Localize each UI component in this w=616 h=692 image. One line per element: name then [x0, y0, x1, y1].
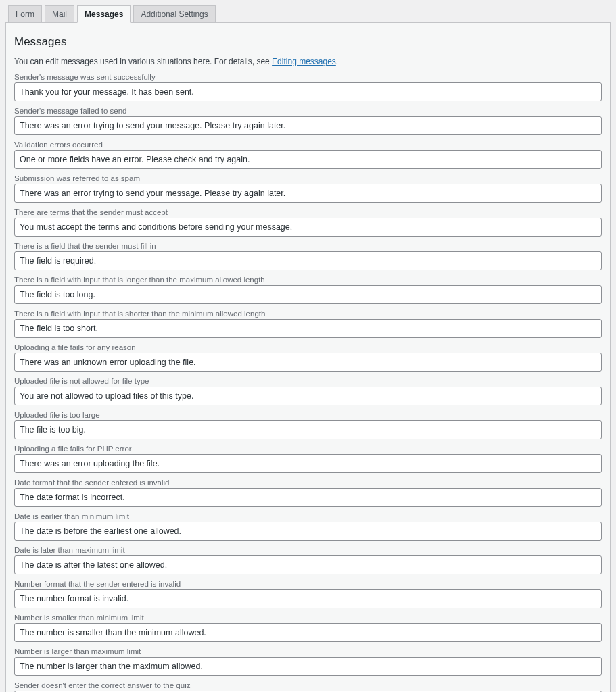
message-field-input[interactable] [14, 589, 602, 608]
message-field: Uploading a file fails for PHP error [14, 445, 602, 473]
message-field: There are terms that the sender must acc… [14, 208, 602, 237]
message-field-label: Uploading a file fails for PHP error [14, 445, 602, 453]
message-field-label: Sender's message was sent successfully [14, 73, 602, 81]
message-field-input[interactable] [14, 623, 602, 642]
message-field-label: Date is later than maximum limit [14, 546, 602, 554]
message-field: Submission was referred to as spam [14, 174, 602, 203]
message-field-label: Number is smaller than minimum limit [14, 614, 602, 622]
message-field-label: There is a field with input that is shor… [14, 310, 602, 318]
message-field-input[interactable] [14, 387, 602, 405]
intro-pre: You can edit messages used in various si… [14, 57, 272, 66]
message-field: Sender's message failed to send [14, 107, 602, 135]
message-field-input[interactable] [14, 657, 602, 676]
message-field-input[interactable] [14, 319, 602, 338]
message-field: Sender doesn't enter the correct answer … [14, 681, 602, 692]
message-field: There is a field with input that is shor… [14, 310, 602, 338]
message-field: Uploaded file is too large [14, 411, 602, 439]
message-field: Number is larger than maximum limit [14, 647, 602, 676]
message-field-label: Uploading a file fails for any reason [14, 343, 602, 351]
message-field-label: There are terms that the sender must acc… [14, 208, 602, 216]
messages-panel: Messages You can edit messages used in v… [5, 22, 611, 692]
message-field: Validation errors occurred [14, 141, 602, 169]
message-field-label: Submission was referred to as spam [14, 174, 602, 182]
message-field-input[interactable] [14, 184, 602, 203]
intro-post: . [336, 57, 338, 66]
message-field-label: Number format that the sender entered is… [14, 580, 602, 588]
message-field-input[interactable] [14, 150, 602, 169]
message-field-input[interactable] [14, 522, 602, 541]
message-field: Date format that the sender entered is i… [14, 478, 602, 507]
fields-container: Sender's message was sent successfullySe… [14, 73, 602, 692]
message-field-label: Sender doesn't enter the correct answer … [14, 681, 602, 689]
message-field-input[interactable] [14, 116, 602, 135]
tab-additional-settings[interactable]: Additional Settings [133, 5, 215, 23]
message-field: Number format that the sender entered is… [14, 580, 602, 608]
editing-messages-link[interactable]: Editing messages [272, 57, 336, 66]
panel-heading: Messages [14, 35, 602, 49]
message-field-label: Number is larger than maximum limit [14, 647, 602, 656]
message-field-input[interactable] [14, 353, 602, 372]
tab-mail[interactable]: Mail [45, 5, 74, 23]
tab-form[interactable]: Form [8, 5, 42, 23]
message-field: Number is smaller than minimum limit [14, 614, 602, 642]
message-field-label: Uploaded file is too large [14, 411, 602, 419]
message-field: Date is later than maximum limit [14, 546, 602, 574]
message-field-input[interactable] [14, 454, 602, 473]
message-field-label: Validation errors occurred [14, 141, 602, 149]
message-field-label: Date format that the sender entered is i… [14, 478, 602, 487]
message-field: Uploading a file fails for any reason [14, 343, 602, 372]
message-field: Uploaded file is not allowed for file ty… [14, 377, 602, 405]
message-field: There is a field that the sender must fi… [14, 242, 602, 270]
message-field-input[interactable] [14, 82, 602, 101]
message-field-input[interactable] [14, 218, 602, 237]
message-field-label: Date is earlier than minimum limit [14, 512, 602, 520]
message-field-input[interactable] [14, 251, 602, 270]
message-field-label: There is a field that the sender must fi… [14, 242, 602, 250]
message-field-input[interactable] [14, 285, 602, 304]
message-field-label: Uploaded file is not allowed for file ty… [14, 377, 602, 385]
message-field: Date is earlier than minimum limit [14, 512, 602, 541]
message-field: Sender's message was sent successfully [14, 73, 602, 101]
message-field-input[interactable] [14, 420, 602, 439]
tab-messages[interactable]: Messages [77, 5, 131, 23]
message-field: There is a field with input that is long… [14, 276, 602, 304]
panel-intro: You can edit messages used in various si… [14, 57, 602, 66]
message-field-label: Sender's message failed to send [14, 107, 602, 115]
message-field-input[interactable] [14, 488, 602, 507]
message-field-label: There is a field with input that is long… [14, 276, 602, 284]
tab-bar: Form Mail Messages Additional Settings [5, 5, 611, 23]
message-field-input[interactable] [14, 555, 602, 574]
